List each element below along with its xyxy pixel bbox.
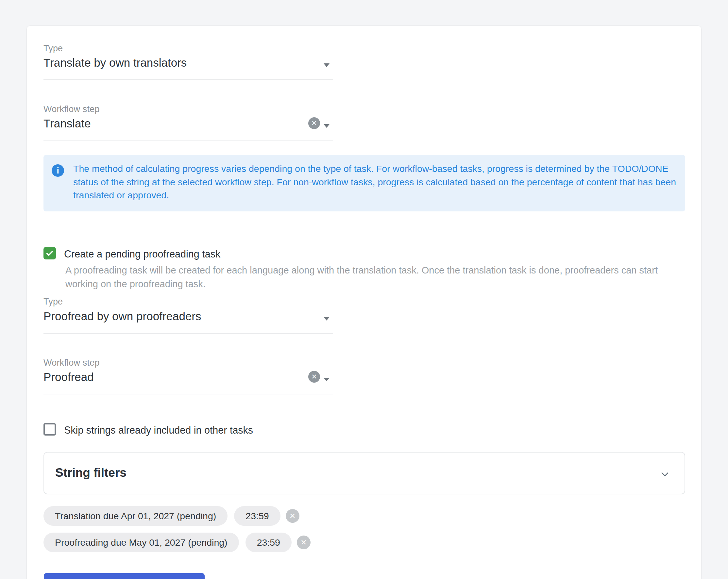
proofreading-workflow-select[interactable]: Proofread ✕ xyxy=(44,370,333,393)
translation-due-chip[interactable]: Translation due Apr 01, 2027 (pending) xyxy=(44,506,228,526)
proofreading-due-time-chip[interactable]: 23:59 xyxy=(245,532,292,552)
info-icon: i xyxy=(52,164,64,177)
skip-strings-checkbox[interactable] xyxy=(44,423,56,436)
create-proofreading-description: A proofreading task will be created for … xyxy=(66,264,680,291)
proofreading-workflow-label: Workflow step xyxy=(44,358,100,368)
progress-info-banner: i The method of calculating progress var… xyxy=(44,155,685,212)
proofreading-type-select[interactable]: Proofread by own proofreaders xyxy=(44,310,333,333)
skip-strings-label[interactable]: Skip strings already included in other t… xyxy=(64,424,253,436)
proofreading-workflow-value: Proofread xyxy=(44,370,333,384)
checkmark-icon xyxy=(45,249,54,258)
string-filters-panel[interactable]: String filters xyxy=(44,452,685,494)
clear-x-glyph: ✕ xyxy=(311,373,317,381)
proofreading-due-chip-row: Proofreading due May 01, 2027 (pending) … xyxy=(44,532,311,552)
create-proofreading-checkbox[interactable] xyxy=(44,247,56,259)
chevron-down-icon[interactable] xyxy=(323,124,330,128)
chevron-down-icon[interactable] xyxy=(323,378,330,381)
clear-icon[interactable]: ✕ xyxy=(308,117,320,129)
translation-type-select[interactable]: Translate by own translators xyxy=(44,56,333,79)
close-x-glyph: ✕ xyxy=(289,512,295,521)
proofreading-type-value: Proofread by own proofreaders xyxy=(44,310,333,323)
close-icon[interactable]: ✕ xyxy=(286,509,300,523)
translation-due-chip-label: Translation due Apr 01, 2027 (pending) xyxy=(55,511,216,522)
translation-due-time-label: 23:59 xyxy=(245,511,269,522)
proofreading-type-label: Type xyxy=(44,297,63,307)
create-proofreading-label[interactable]: Create a pending proofreading task xyxy=(64,248,220,260)
translation-workflow-label: Workflow step xyxy=(44,104,100,114)
field-underline xyxy=(44,140,333,140)
task-form-screen: Type Translate by own translators Workfl… xyxy=(0,0,728,579)
proofreading-due-chip-label: Proofreading due May 01, 2027 (pending) xyxy=(55,537,228,548)
chevron-down-icon[interactable] xyxy=(323,317,330,321)
translation-due-chip-row: Translation due Apr 01, 2027 (pending) 2… xyxy=(44,506,300,526)
translation-type-label: Type xyxy=(44,44,63,54)
close-icon[interactable]: ✕ xyxy=(297,535,311,549)
info-glyph: i xyxy=(56,166,59,176)
translation-workflow-value: Translate xyxy=(44,117,333,130)
form-card xyxy=(26,26,702,579)
translation-workflow-select[interactable]: Translate ✕ xyxy=(44,117,333,140)
field-underline xyxy=(44,394,333,394)
clear-icon[interactable]: ✕ xyxy=(308,371,320,383)
chevron-down-icon[interactable] xyxy=(659,468,671,481)
progress-info-text: The method of calculating progress varie… xyxy=(73,162,677,202)
proofreading-due-chip[interactable]: Proofreading due May 01, 2027 (pending) xyxy=(44,532,239,552)
close-x-glyph: ✕ xyxy=(301,538,307,547)
proofreading-due-time-label: 23:59 xyxy=(257,537,280,548)
field-underline xyxy=(44,333,333,334)
create-task-button-partial[interactable] xyxy=(44,573,205,579)
translation-due-time-chip[interactable]: 23:59 xyxy=(234,506,280,526)
chevron-down-icon[interactable] xyxy=(323,63,330,67)
clear-x-glyph: ✕ xyxy=(311,119,317,127)
string-filters-title: String filters xyxy=(55,466,127,480)
field-underline xyxy=(44,79,333,80)
translation-type-value: Translate by own translators xyxy=(44,56,333,69)
